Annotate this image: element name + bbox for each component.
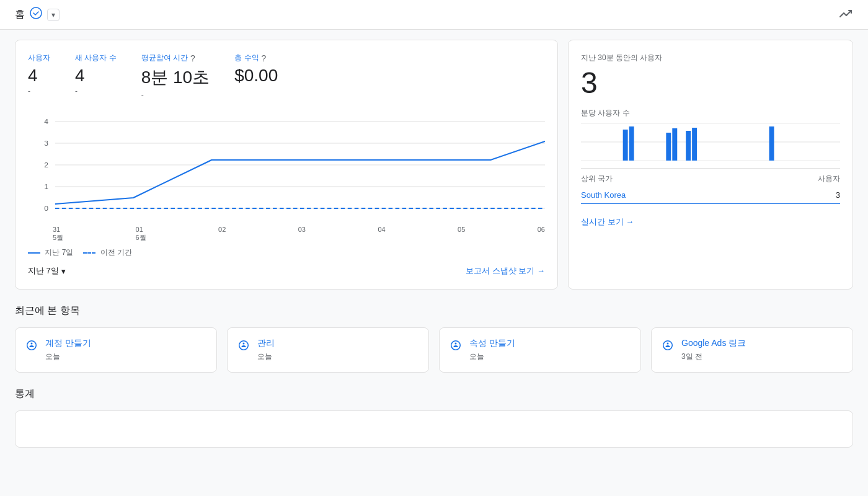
realtime-link[interactable]: 실시간 보기 →: [581, 216, 840, 228]
cards-row: 사용자 4 - 새 사용자 수 4 - 평균참여 시간 ? 8분 10초 -: [15, 40, 853, 290]
country-row-0: South Korea 3: [581, 187, 840, 204]
country-header-right: 사용자: [818, 174, 840, 184]
x-labels: 315월 016월 02 03 04 05 06: [28, 226, 545, 242]
x-label-5: 05: [458, 226, 465, 242]
country-header-left: 상위 국가: [581, 174, 613, 184]
report-link[interactable]: 보고서 스냅샷 보기 →: [466, 265, 545, 277]
recent-section: 최근에 본 항목 계정 만들기 오늘: [15, 304, 853, 373]
svg-rect-15: [629, 126, 634, 161]
metric-users: 사용자 4 -: [28, 53, 50, 99]
x-label-4: 04: [378, 226, 385, 242]
recent-card-icon-0: [25, 339, 38, 355]
period-dropdown-icon: ▾: [61, 267, 66, 276]
status-dropdown[interactable]: ▾: [47, 9, 60, 21]
x-label-1: 016월: [136, 226, 146, 242]
stats-card: [15, 410, 853, 448]
recent-card-2[interactable]: 속성 만들기 오늘: [439, 327, 641, 373]
revenue-help-icon[interactable]: ?: [262, 53, 267, 63]
line-chart-container: 4 3 2 1 0: [28, 109, 545, 221]
svg-text:4: 4: [44, 118, 48, 125]
metric-new-users-value: 4: [75, 66, 117, 86]
main-content: 사용자 4 - 새 사용자 수 4 - 평균참여 시간 ? 8분 10초 -: [0, 30, 868, 458]
svg-rect-19: [692, 128, 697, 161]
x-label-0: 315월: [53, 226, 63, 242]
recent-card-3[interactable]: Google Ads 링크 3일 전: [651, 327, 853, 373]
recent-card-sub-3: 3일 전: [681, 352, 746, 362]
recent-card-icon-2: [450, 339, 462, 355]
recent-card-title-0: 계정 만들기: [45, 338, 91, 349]
top-bar: 홈 ▾: [0, 0, 868, 30]
stats-section: 통계: [15, 388, 853, 448]
svg-rect-20: [769, 126, 774, 161]
recent-section-title: 최근에 본 항목: [15, 304, 853, 317]
country-name-0[interactable]: South Korea: [581, 190, 626, 200]
line-chart-svg: 4 3 2 1 0: [28, 109, 545, 221]
realtime-bar-label: 분당 사용자 수: [581, 108, 840, 118]
metric-new-users-label: 새 사용자 수: [75, 53, 117, 63]
recent-card-icon-1: [237, 339, 250, 355]
svg-rect-16: [666, 133, 671, 161]
metric-avg-time: 평균참여 시간 ? 8분 10초 -: [141, 53, 210, 99]
metric-users-label: 사용자: [28, 53, 50, 63]
country-table: 상위 국가 사용자 South Korea 3: [581, 168, 840, 204]
metric-avg-time-sub: -: [141, 91, 210, 99]
recent-cards-row: 계정 만들기 오늘 관리 오늘: [15, 327, 853, 373]
svg-text:1: 1: [44, 183, 48, 190]
realtime-value: 3: [581, 68, 840, 98]
bar-chart-container: [581, 123, 840, 161]
legend-dashed: 이전 기간: [83, 247, 132, 258]
svg-text:2: 2: [44, 161, 48, 168]
svg-text:3: 3: [44, 140, 48, 146]
chart-legend: 지난 7일 이전 기간: [28, 247, 545, 258]
recent-card-title-2: 속성 만들기: [469, 338, 515, 349]
status-icon: [30, 7, 42, 22]
svg-point-0: [30, 7, 42, 19]
recent-card-title-1: 관리: [257, 338, 275, 349]
metric-avg-time-value: 8분 10초: [141, 66, 210, 89]
svg-rect-18: [686, 131, 691, 161]
bar-chart-svg: [581, 123, 840, 161]
recent-card-0[interactable]: 계정 만들기 오늘: [15, 327, 217, 373]
svg-rect-17: [672, 128, 677, 161]
stats-section-title: 통계: [15, 388, 853, 401]
svg-rect-14: [623, 130, 628, 161]
x-label-6: 06: [538, 226, 545, 242]
legend-dashed-line: [83, 252, 95, 254]
metric-revenue-label: 총 수익 ?: [234, 53, 278, 63]
x-label-3: 03: [298, 226, 306, 242]
country-count-0: 3: [836, 190, 840, 200]
svg-text:0: 0: [44, 205, 48, 211]
avg-time-help-icon[interactable]: ?: [190, 53, 195, 63]
recent-card-sub-0: 오늘: [45, 352, 91, 362]
recent-card-sub-1: 오늘: [257, 352, 275, 362]
metrics-row: 사용자 4 - 새 사용자 수 4 - 평균참여 시간 ? 8분 10초 -: [28, 53, 545, 99]
recent-card-1[interactable]: 관리 오늘: [227, 327, 429, 373]
metric-avg-time-label: 평균참여 시간 ?: [141, 53, 210, 63]
metric-revenue: 총 수익 ? $0.00: [234, 53, 278, 99]
recent-card-title-3: Google Ads 링크: [681, 338, 746, 349]
realtime-footer: 실시간 보기 →: [581, 216, 840, 228]
metric-users-value: 4: [28, 66, 50, 86]
realtime-card: 지난 30분 동안의 사용자 3 분당 사용자 수: [568, 40, 853, 290]
period-button[interactable]: 지난 7일 ▾: [28, 265, 66, 277]
card-footer: 지난 7일 ▾ 보고서 스냅샷 보기 →: [28, 265, 545, 277]
top-bar-left: 홈 ▾: [15, 7, 60, 22]
metric-users-sub: -: [28, 87, 50, 95]
recent-card-icon-3: [662, 339, 674, 355]
metric-new-users: 새 사용자 수 4 -: [75, 53, 117, 99]
metric-revenue-value: $0.00: [234, 66, 278, 86]
country-table-header: 상위 국가 사용자: [581, 174, 840, 187]
home-title: 홈: [15, 8, 25, 21]
trend-icon-area: [838, 6, 853, 23]
realtime-title: 지난 30분 동안의 사용자: [581, 53, 840, 63]
metric-new-users-sub: -: [75, 87, 117, 95]
legend-solid-line: [28, 252, 40, 254]
analytics-card: 사용자 4 - 새 사용자 수 4 - 평균참여 시간 ? 8분 10초 -: [15, 40, 558, 290]
legend-solid: 지난 7일: [28, 247, 73, 258]
x-label-2: 02: [218, 226, 226, 242]
recent-card-sub-2: 오늘: [469, 352, 515, 362]
